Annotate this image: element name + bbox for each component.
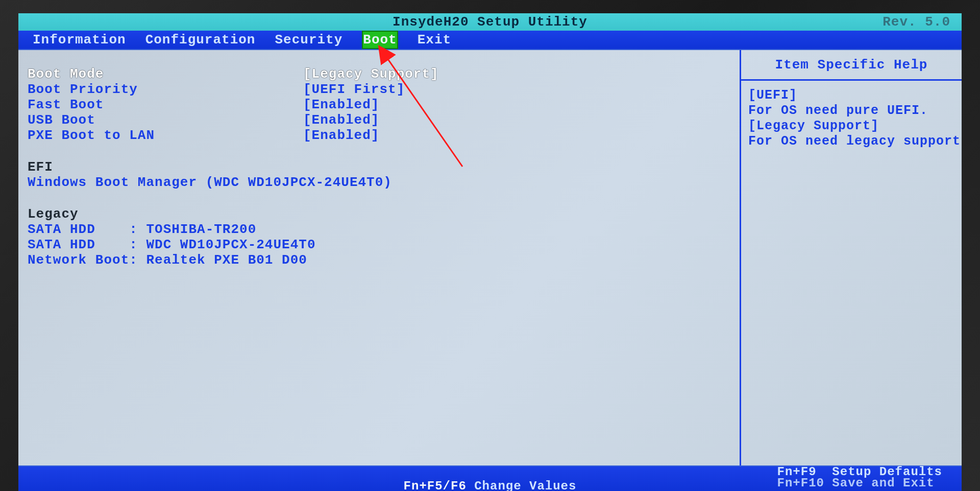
- efi-boot-entry[interactable]: Windows Boot Manager (WDC WD10JPCX-24UE4…: [28, 175, 733, 190]
- footer-label: Change Values: [474, 479, 576, 491]
- bios-screen: InsydeH20 Setup Utility Rev. 5.0 Informa…: [18, 13, 962, 491]
- body-area: Boot Mode [Legacy Support] Boot Priority…: [18, 49, 962, 466]
- setting-fast-boot[interactable]: Fast Boot [Enabled]: [28, 97, 733, 112]
- setting-label: Boot Mode: [28, 66, 303, 82]
- help-body: [UEFI] For OS need pure UEFI. [Legacy Su…: [741, 81, 962, 156]
- app-title: InsydeH20 Setup Utility: [393, 13, 587, 31]
- footer-key: Fn+F10: [777, 476, 824, 490]
- tab-boot[interactable]: Boot: [362, 31, 398, 49]
- setting-value: [Enabled]: [303, 128, 379, 143]
- setting-value: [Enabled]: [303, 97, 379, 112]
- setting-value: [UEFI First]: [303, 82, 405, 97]
- legacy-boot-entry[interactable]: Network Boot: Realtek PXE B01 D00: [28, 252, 733, 268]
- revision-label: Rev. 5.0: [883, 13, 950, 31]
- setting-boot-priority[interactable]: Boot Priority [UEFI First]: [28, 82, 733, 97]
- setting-value: [Legacy Support]: [303, 66, 439, 82]
- setting-label: USB Boot: [28, 112, 303, 128]
- tab-exit[interactable]: Exit: [418, 31, 451, 49]
- setting-pxe-boot[interactable]: PXE Boot to LAN [Enabled]: [28, 128, 733, 143]
- setting-value: [Enabled]: [303, 112, 379, 128]
- tab-information[interactable]: Information: [33, 31, 126, 49]
- tab-security[interactable]: Security: [275, 31, 342, 49]
- help-panel: Item Specific Help [UEFI] For OS need pu…: [741, 50, 962, 465]
- setting-label: Fast Boot: [28, 97, 303, 112]
- footer-key: Fn+F5/F6: [404, 479, 467, 491]
- setting-label: PXE Boot to LAN: [28, 128, 303, 143]
- legacy-heading: Legacy: [28, 206, 733, 222]
- legacy-boot-entry[interactable]: SATA HDD : TOSHIBA-TR200: [28, 222, 733, 237]
- footer-label: Save and Exit: [832, 476, 934, 490]
- efi-heading: EFI: [28, 159, 733, 175]
- help-title: Item Specific Help: [741, 50, 962, 81]
- legacy-boot-entry[interactable]: SATA HDD : WDC WD10JPCX-24UE4T0: [28, 237, 733, 252]
- footer-change-values: Fn+F5/F6 Change Values: [404, 479, 577, 491]
- title-bar: InsydeH20 Setup Utility Rev. 5.0: [18, 13, 962, 31]
- setting-usb-boot[interactable]: USB Boot [Enabled]: [28, 112, 733, 128]
- footer-right: Fn+F9 Setup Defaults Fn+F10 Save and Exi…: [777, 466, 942, 489]
- setting-boot-mode[interactable]: Boot Mode [Legacy Support]: [28, 66, 733, 82]
- menu-bar: Information Configuration Security Boot …: [18, 31, 962, 49]
- settings-panel: Boot Mode [Legacy Support] Boot Priority…: [18, 50, 741, 465]
- tab-configuration[interactable]: Configuration: [145, 31, 256, 49]
- monitor-bezel: InsydeH20 Setup Utility Rev. 5.0 Informa…: [0, 0, 980, 491]
- setting-label: Boot Priority: [28, 82, 303, 97]
- footer-bar: Fn+F5/F6 Change Values Fn+F9 Setup Defau…: [18, 466, 962, 491]
